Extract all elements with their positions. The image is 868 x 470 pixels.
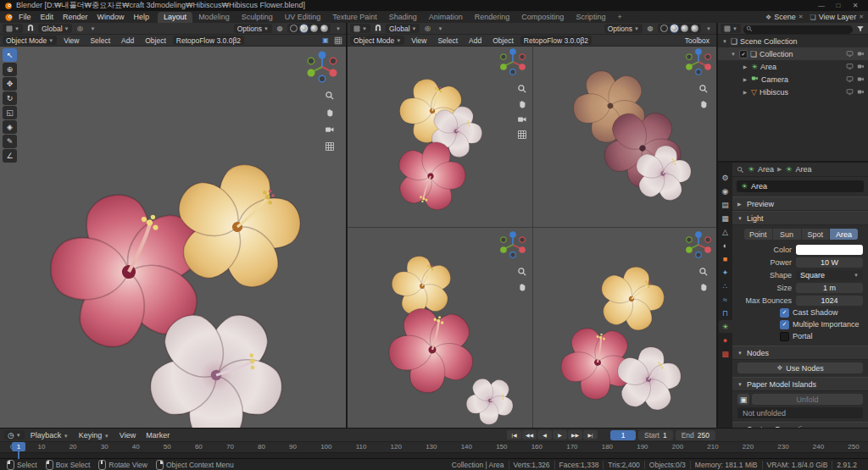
view-layer-unlink-icon[interactable]: ✕ [859,14,864,20]
pan-hand-icon[interactable] [697,280,709,293]
max-bounces-field[interactable]: 1024 [796,296,863,306]
light-type-sun[interactable]: Sun [773,229,801,240]
tool-cursor[interactable]: ⊕ [3,63,17,76]
next-keyframe-button[interactable]: ▶▶ [568,430,582,440]
tab-uv-editing[interactable]: UV Editing [279,12,327,23]
section-nodes[interactable]: ▼ Nodes [732,346,868,360]
disable-render-icon[interactable] [857,88,865,96]
nav-gizmo[interactable] [498,47,527,76]
menu-view[interactable]: View [407,36,431,45]
tab-constraints[interactable]: ⊓ [719,307,732,319]
datablock-name-field[interactable]: ☀ Area [737,180,864,192]
overlays-icon[interactable]: ◍ [645,24,655,33]
tab-texture[interactable]: ▩ [719,347,732,360]
retopoflow-menu[interactable]: RetopoFlow 3.0.0β2 [520,36,592,45]
tab-layout[interactable]: Layout [158,12,192,23]
disable-render-icon[interactable] [857,63,865,70]
tab-rendering[interactable]: Rendering [469,12,516,23]
options-dropdown[interactable]: Options▼ [234,24,272,33]
power-field[interactable]: 10 W [796,257,863,268]
play-reverse-button[interactable]: ◀ [537,430,552,440]
shape-dropdown[interactable]: Square▼ [796,270,863,280]
blender-menu-icon[interactable] [4,13,14,22]
pan-hand-icon[interactable] [515,280,528,293]
menu-edit[interactable]: Edit [36,13,58,21]
zoom-icon[interactable] [515,82,528,95]
proportional-edit-icon[interactable]: ◎ [75,24,85,33]
playback-menu[interactable]: Playback ▼ [26,431,73,440]
editor-type-button[interactable]: ▼ [350,24,370,33]
playhead[interactable]: 1 [12,442,25,451]
viewport-main-canvas[interactable]: ↖ ⊕ ✥ ↻ ◱ ◈ ✎ ∠ [0,45,346,428]
ortho-grid-icon[interactable] [515,128,528,141]
menu-add[interactable]: Add [117,36,138,45]
menu-help[interactable]: Help [130,13,154,21]
proportional-edit-icon[interactable]: ◎ [422,24,432,33]
cast-shadow-checkbox[interactable]: ✓ [780,308,789,318]
overlay-grid-icon[interactable] [333,36,343,45]
add-workspace-button[interactable]: + [611,12,627,23]
menu-select[interactable]: Select [433,36,462,45]
pan-hand-icon[interactable] [697,97,709,110]
expand-icon[interactable]: ▶ [742,64,748,69]
shading-material-icon[interactable] [310,25,318,32]
tab-modifiers[interactable]: ✦ [719,266,732,279]
shading-rendered-icon[interactable] [691,25,698,32]
section-paper-model[interactable]: ▼ Paper Model Islands [732,377,868,391]
editor-type-button[interactable]: ◷▼ [4,430,25,440]
hide-viewport-icon[interactable] [846,50,854,58]
menu-object[interactable]: Object [488,36,518,45]
menu-view[interactable]: View [59,36,83,45]
jump-to-start-button[interactable]: |◀ [507,430,521,440]
gizmo-toggle-icon[interactable]: ▣ [320,36,331,45]
ortho-grid-icon[interactable] [323,140,336,152]
expand-icon[interactable]: ▼ [721,39,728,44]
tab-scripting[interactable]: Scripting [570,12,611,23]
tool-transform[interactable]: ◈ [3,120,17,134]
tab-physics[interactable]: ≈ [719,293,732,306]
pan-hand-icon[interactable] [515,97,528,110]
expand-icon[interactable]: ▼ [730,52,737,57]
shading-solid-icon[interactable] [300,25,308,32]
light-color-field[interactable] [796,245,863,255]
toolbox-menu[interactable]: Toolbox [681,36,714,45]
section-preview[interactable]: ▶ Preview [732,196,868,211]
disable-render-icon[interactable] [857,50,865,58]
disable-render-icon[interactable] [857,75,865,83]
hide-viewport-icon[interactable] [846,88,854,96]
section-custom-properties[interactable]: ▶ Custom Properties [732,422,868,428]
options-dropdown[interactable]: Options▼ [604,24,643,33]
nav-gizmo[interactable] [305,50,339,84]
prev-keyframe-button[interactable]: ◀◀ [522,430,537,440]
zoom-icon[interactable] [323,89,336,102]
tab-world[interactable]: ◐ [719,239,732,252]
tab-texture-paint[interactable]: Texture Paint [326,12,383,23]
snap-magnet-icon[interactable] [25,24,36,33]
size-field[interactable]: 1 m [796,283,863,293]
tab-material[interactable]: ● [719,334,732,346]
jump-to-end-button[interactable]: ▶| [583,430,598,440]
overlays-icon[interactable]: ◍ [275,24,285,33]
nav-gizmo[interactable] [498,230,527,259]
snap-magnet-icon[interactable] [373,24,383,33]
tab-scene[interactable]: △ [719,225,732,238]
collection-checkbox[interactable]: ✓ [739,50,748,58]
unfold-button[interactable]: Unfold [752,394,863,405]
tab-animation[interactable]: Animation [423,12,469,23]
tool-measure[interactable]: ∠ [3,149,17,163]
use-nodes-button[interactable]: ❖ Use Nodes [737,362,863,373]
nav-gizmo[interactable] [684,47,713,76]
current-frame-field[interactable]: 1 [610,430,636,440]
expand-icon[interactable]: ▶ [742,89,748,95]
tab-modeling[interactable]: Modeling [192,12,236,23]
outliner-row-camera[interactable]: ▶ Camera [718,73,868,86]
tab-object[interactable]: ■ [719,252,732,265]
timeline-ruler[interactable]: 0 10 20 30 40 50 60 70 80 90 100 110 120… [0,442,868,459]
transform-orientation-dropdown[interactable]: Global▼ [386,24,420,33]
menu-select[interactable]: Select [86,36,114,45]
menu-add[interactable]: Add [465,36,486,45]
tool-select-box[interactable]: ↖ [3,48,17,62]
tool-rotate[interactable]: ↻ [3,91,17,105]
minimize-button[interactable]: — [813,0,830,11]
shading-wireframe-icon[interactable] [660,25,668,32]
